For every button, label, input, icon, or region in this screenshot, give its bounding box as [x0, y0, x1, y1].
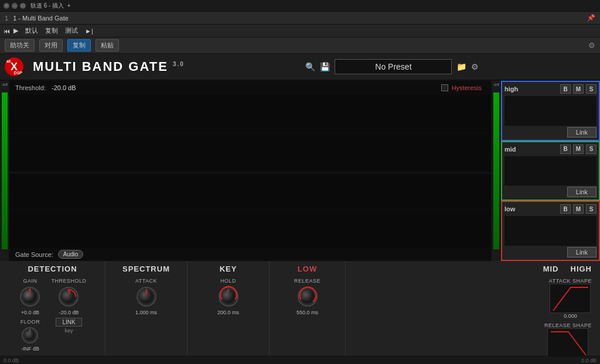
detection-knobs: GAIN +0.0 dB	[18, 278, 86, 352]
svg-point-18	[301, 290, 315, 304]
floor-knob[interactable]	[21, 326, 39, 345]
hysteresis-checkbox[interactable]	[441, 84, 448, 91]
mid-high-titles: MID HIGH	[354, 265, 592, 278]
window-max-icon[interactable]: □	[20, 3, 26, 9]
toolbar-paste-btn[interactable]: 粘贴	[96, 39, 119, 51]
band-low-header: low B M S	[504, 204, 596, 214]
attack-shape-label: ATTACK SHAPE	[549, 278, 592, 284]
status-bar: 0.0 dB 0.0 dB	[0, 356, 600, 364]
plugin-title: MULTI BAND GATE 3.0	[33, 59, 185, 74]
band-mid-m-btn[interactable]: M	[573, 145, 584, 154]
menu-transport-controls: ⏮ ▶	[4, 27, 18, 35]
window-title: 轨道 6 - 插入	[30, 2, 64, 10]
plugin-header: at X DSP MULTI BAND GATE 3.0 🔍 💾 No Pres…	[0, 54, 600, 81]
mid-high-block: MID HIGH ATTACK SHAPE 0.000	[346, 261, 600, 364]
threshold-bar: Threshold: -20.0 dB Hysteresis	[9, 81, 491, 95]
menu-item-arrow[interactable]: ►|	[85, 28, 93, 35]
band-high-name: high	[504, 85, 518, 92]
menu-item-test[interactable]: 测试	[65, 26, 78, 35]
gain-knob[interactable]	[18, 285, 42, 308]
threshold-knob-group: THRESHOLD	[51, 278, 86, 334]
track-name: 1 - Multi Band Gate	[13, 15, 69, 22]
threshold-value: -20.0 dB	[52, 84, 76, 91]
svg-point-15	[221, 290, 236, 304]
band-high-b-btn[interactable]: B	[560, 84, 571, 94]
band-section-mid: mid B M S Link	[501, 141, 600, 201]
hold-value: 200.0 ms	[217, 310, 239, 315]
toolbar: 助功关 对用 复制 粘贴 ⚙	[0, 37, 600, 54]
detection-block: DETECTION GAIN	[0, 261, 105, 364]
threshold-knob[interactable]	[57, 285, 80, 308]
band-section-low: low B M S Link	[501, 201, 600, 261]
preset-area: 🔍 💾 No Preset 📁 ⚙	[189, 59, 595, 74]
pin-icon[interactable]: 📌	[587, 14, 595, 22]
band-mid-meter	[504, 156, 596, 186]
band-high-meter	[504, 96, 596, 126]
band-low-link-area: Link	[504, 247, 596, 257]
preset-save-btn[interactable]: 💾	[320, 62, 330, 71]
hold-label: HOLD	[220, 278, 236, 284]
attack-shape-display[interactable]	[550, 284, 591, 313]
left-meter-bar	[2, 92, 8, 249]
gain-knob-group: GAIN +0.0 dB	[18, 278, 42, 352]
release-group: RELEASE 550.0 ms	[294, 278, 321, 315]
hysteresis-label: Hysteresis	[452, 84, 482, 91]
threshold-link-btn[interactable]: LINK	[56, 318, 81, 327]
svg-rect-20	[548, 329, 588, 358]
window-min-icon[interactable]: –	[12, 3, 18, 9]
band-mid-link-btn[interactable]: Link	[567, 187, 596, 197]
attack-knob[interactable]	[135, 285, 158, 308]
window-plus-icon[interactable]: +	[67, 2, 71, 9]
floor-label: FLOOR	[21, 319, 40, 325]
band-mid-s-btn[interactable]: S	[586, 145, 596, 154]
band-section-high: high B M S Link	[501, 81, 600, 141]
hysteresis-area: Hysteresis	[441, 84, 482, 91]
band-high-link-btn[interactable]: Link	[567, 127, 596, 138]
plugin-title-text: MULTI BAND GATE	[33, 59, 168, 74]
preset-folder-btn[interactable]: 📁	[456, 62, 466, 71]
low-title: LOW	[298, 265, 317, 273]
band-low-name: low	[504, 205, 515, 212]
gate-source-bar: Gate Source: Audio	[9, 248, 491, 261]
shapes-area: ATTACK SHAPE 0.000 RELEASE SHAPE	[354, 278, 592, 363]
gain-label: GAIN	[23, 278, 37, 284]
logo-dsp-text: DSP	[14, 71, 22, 75]
band-low-b-btn[interactable]: B	[560, 204, 571, 214]
left-level-meter: -inf	[0, 81, 9, 261]
band-high-s-btn[interactable]: S	[586, 84, 596, 94]
band-low-link-btn[interactable]: Link	[567, 247, 596, 257]
hold-knob[interactable]	[217, 285, 240, 308]
high-title: HIGH	[571, 265, 592, 273]
mid-title: MID	[543, 265, 559, 273]
release-label: RELEASE	[294, 278, 321, 284]
release-shape-display[interactable]	[547, 328, 588, 358]
plugin-version: 3.0	[173, 61, 185, 67]
toolbar-copy-btn[interactable]: 复制	[67, 39, 91, 51]
gate-source-audio-btn[interactable]: Audio	[58, 250, 84, 259]
track-bar: 1 1 - Multi Band Gate 📌	[0, 12, 600, 25]
preset-search-btn[interactable]: 🔍	[305, 62, 315, 71]
title-bar: × – □ 轨道 6 - 插入 +	[0, 0, 600, 12]
svg-rect-19	[550, 284, 591, 313]
band-low-s-btn[interactable]: S	[586, 204, 596, 214]
preset-settings-btn[interactable]: ⚙	[471, 62, 479, 71]
menu-item-default[interactable]: 默认	[25, 26, 38, 35]
toolbar-settings-icon[interactable]: ⚙	[588, 41, 595, 50]
band-mid-header: mid B M S	[504, 145, 596, 154]
band-high-m-btn[interactable]: M	[573, 84, 584, 94]
toolbar-disable-btn[interactable]: 助功关	[5, 39, 35, 51]
toolbar-match-btn[interactable]: 对用	[39, 39, 63, 51]
menu-item-copy[interactable]: 复制	[45, 26, 58, 35]
preset-name-display: No Preset	[335, 59, 452, 74]
band-mid-name: mid	[504, 146, 516, 153]
band-high-header: high B M S	[504, 84, 596, 94]
band-low-m-btn[interactable]: M	[573, 204, 584, 214]
threshold-knob-label: THRESHOLD	[51, 278, 86, 284]
band-panel: high B M S Link mid B	[500, 81, 600, 261]
floor-value: -INF dB	[21, 346, 39, 352]
key-small-label: key	[64, 328, 73, 334]
release-knob[interactable]	[296, 285, 319, 308]
window-close-icon[interactable]: ×	[4, 3, 9, 9]
spectrum-block: SPECTRUM ATTACK 1.00	[105, 261, 188, 364]
band-mid-b-btn[interactable]: B	[560, 145, 571, 154]
